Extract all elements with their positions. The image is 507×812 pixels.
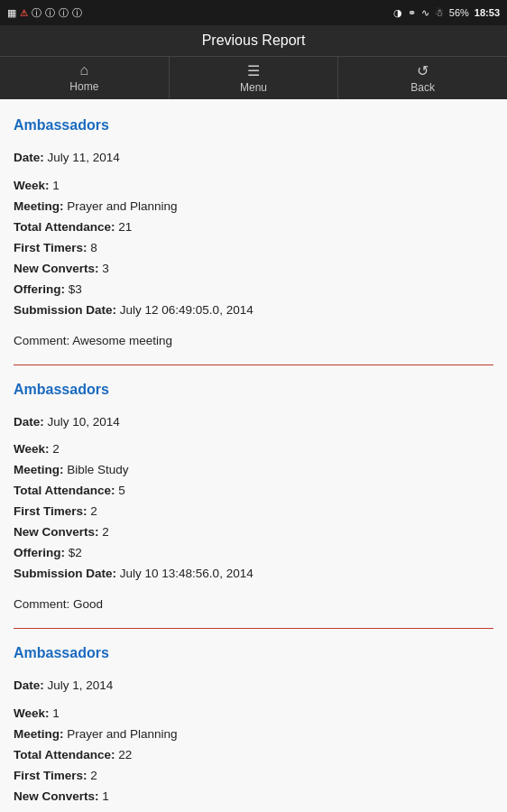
submissiondate-field-0: Submission Date: July 12 06:49:05.0, 201… bbox=[14, 300, 493, 321]
battery-level: 56% bbox=[449, 7, 469, 18]
date-field-0: Date: July 11, 2014 bbox=[14, 148, 493, 169]
meeting-field-1: Meeting: Bible Study bbox=[14, 460, 493, 481]
bbm-icon: ▦ bbox=[7, 7, 16, 19]
date-field-1: Date: July 10, 2014 bbox=[14, 412, 493, 433]
status-bar-right: ◑ ⚭ ∿ ☃ 56% 18:53 bbox=[393, 7, 500, 19]
back-icon bbox=[417, 62, 429, 79]
group-title-0: Ambassadors bbox=[14, 117, 493, 134]
meeting-field-0: Meeting: Prayer and Planning bbox=[14, 197, 493, 217]
firsttimers-field-1: First Timers: 2 bbox=[14, 502, 493, 522]
title-bar: Previous Report bbox=[0, 25, 507, 56]
report-section-1: Ambassadors Date: July 10, 2014 Week: 2 … bbox=[14, 373, 493, 622]
status-bar: ▦ ⚠ ⓘ ⓘ ⓘ ⓘ ◑ ⚭ ∿ ☃ 56% 18:53 bbox=[0, 0, 507, 25]
nav-home-label: Home bbox=[69, 80, 98, 93]
info-icon-2: ⓘ bbox=[45, 6, 55, 20]
clock: 18:53 bbox=[475, 7, 500, 18]
nav-back[interactable]: Back bbox=[338, 57, 507, 99]
firsttimers-field-0: First Timers: 8 bbox=[14, 238, 493, 259]
section-divider-0 bbox=[14, 364, 493, 365]
status-bar-left: ▦ ⚠ ⓘ ⓘ ⓘ ⓘ bbox=[7, 6, 82, 20]
attendance-field-0: Total Attendance: 21 bbox=[14, 217, 493, 238]
info-icon-4: ⓘ bbox=[72, 6, 82, 20]
newconverts-field-1: New Converts: 2 bbox=[14, 522, 493, 543]
attendance-field-1: Total Attendance: 5 bbox=[14, 481, 493, 502]
nav-menu[interactable]: Menu bbox=[170, 57, 339, 99]
week-field-1: Week: 2 bbox=[14, 439, 493, 460]
attendance-field-2: Total Attendance: 22 bbox=[14, 745, 493, 766]
offering-field-0: Offering: $3 bbox=[14, 280, 493, 300]
eye-icon: ◑ bbox=[393, 7, 402, 19]
bluetooth-icon: ⚭ bbox=[408, 7, 416, 19]
newconverts-field-0: New Converts: 3 bbox=[14, 259, 493, 280]
firsttimers-field-2: First Timers: 2 bbox=[14, 766, 493, 787]
info-icon-1: ⓘ bbox=[32, 6, 41, 20]
submissiondate-field-1: Submission Date: July 10 13:48:56.0, 201… bbox=[14, 564, 493, 585]
comment-field-1: Comment: Good bbox=[14, 597, 493, 611]
wifi-icon: ∿ bbox=[421, 7, 429, 19]
home-icon bbox=[80, 62, 89, 78]
menu-icon bbox=[247, 62, 260, 79]
nav-bar: Home Menu Back bbox=[0, 56, 507, 99]
report-section-2: Ambassadors Date: July 1, 2014 Week: 1 M… bbox=[14, 636, 493, 812]
group-title-1: Ambassadors bbox=[14, 382, 493, 398]
offering-field-1: Offering: $2 bbox=[14, 543, 493, 564]
report-section-0: Ambassadors Date: July 11, 2014 Week: 1 … bbox=[14, 108, 493, 357]
nav-menu-label: Menu bbox=[240, 81, 267, 94]
nav-home[interactable]: Home bbox=[0, 57, 170, 99]
content-area: Ambassadors Date: July 11, 2014 Week: 1 … bbox=[0, 99, 507, 812]
meeting-field-2: Meeting: Prayer and Planning bbox=[14, 724, 493, 745]
page-title: Previous Report bbox=[202, 32, 306, 48]
newconverts-field-2: New Converts: 1 bbox=[14, 787, 493, 807]
section-divider-1 bbox=[14, 628, 493, 629]
group-title-2: Ambassadors bbox=[14, 645, 493, 661]
offering-field-2: Offering: $1 bbox=[14, 807, 493, 812]
comment-field-0: Comment: Awesome meeting bbox=[14, 334, 493, 347]
sos-icon: ⚠ bbox=[20, 8, 28, 18]
date-field-2: Date: July 1, 2014 bbox=[14, 676, 493, 697]
nav-back-label: Back bbox=[410, 81, 435, 94]
week-field-0: Week: 1 bbox=[14, 176, 493, 197]
signal-icon: ☃ bbox=[435, 7, 444, 19]
week-field-2: Week: 1 bbox=[14, 704, 493, 724]
info-icon-3: ⓘ bbox=[59, 6, 69, 20]
